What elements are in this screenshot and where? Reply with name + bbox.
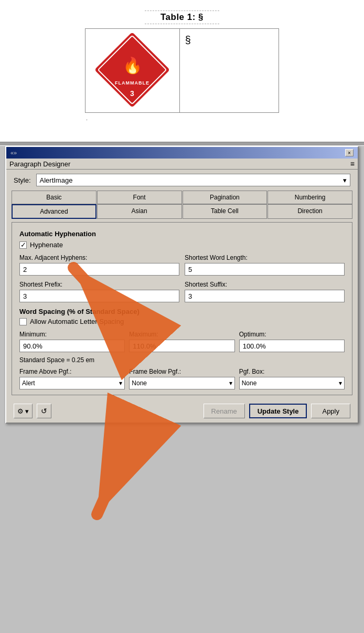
tab-direction[interactable]: Direction (267, 204, 352, 219)
tab-asian[interactable]: Asian (97, 204, 182, 219)
frame-above-label: Frame Above Pgf.: (19, 368, 125, 375)
max-adj-hyphens-input[interactable] (19, 263, 179, 276)
style-row: Style: AlertImage ▾ (6, 170, 358, 191)
shortest-word-group: Shortest Word Length: (185, 254, 345, 276)
menu-icon[interactable]: ≡ (350, 160, 355, 168)
max-adj-hyphens-label: Max. Adjacent Hyphens: (19, 254, 179, 261)
doc-footnote: . (85, 113, 279, 121)
maximum-group: Maximum: (129, 331, 234, 352)
titlebar-buttons: × (345, 149, 354, 156)
svg-text:3: 3 (131, 89, 135, 98)
frame-above-dropdown[interactable]: Alert ▾ (19, 377, 125, 389)
svg-text:FLAMMABLE: FLAMMABLE (115, 80, 149, 86)
shortest-word-label: Shortest Word Length: (185, 254, 345, 261)
hyphenate-row: ✓ Hyphenate (19, 241, 345, 249)
minimum-label: Minimum: (19, 331, 125, 338)
text-cell: § (179, 29, 279, 113)
frame-below-arrow-icon: ▾ (229, 379, 232, 387)
frame-below-dropdown[interactable]: None ▾ (129, 377, 234, 389)
optimum-input[interactable] (239, 340, 345, 352)
shortest-suffix-group: Shortest Suffix: (185, 281, 345, 302)
allow-letter-spacing-row: Allow Automatic Letter Spacing (19, 318, 345, 325)
tab-font[interactable]: Font (97, 191, 182, 204)
standard-space: Standard Space = 0.25 em (19, 356, 345, 364)
tab-numbering[interactable]: Numbering (267, 191, 352, 204)
content-area: Automatic Hyphenation ✓ Hyphenate Max. A… (12, 222, 352, 395)
style-label: Style: (14, 176, 31, 184)
bottom-bar: ⚙ ▾ ↺ Rename Update Style Apply (6, 399, 358, 423)
spacing-grid: Minimum: Maximum: Optimum: (19, 331, 345, 352)
checkmark-icon: ✓ (20, 241, 26, 249)
image-cell: 🔥 FLAMMABLE 3 (85, 29, 180, 113)
optimum-label: Optimum: (239, 331, 345, 338)
apply-button[interactable]: Apply (311, 404, 350, 418)
frame-grid: Frame Above Pgf.: Alert ▾ Frame Below Pg… (19, 368, 345, 389)
frame-section: Frame Above Pgf.: Alert ▾ Frame Below Pg… (19, 368, 345, 389)
frame-above-arrow-icon: ▾ (119, 379, 122, 387)
allow-letter-spacing-label: Allow Automatic Letter Spacing (30, 318, 124, 325)
document-area: Table 1: § 🔥 FLAMMABLE 3 (0, 0, 364, 142)
close-button[interactable]: × (345, 149, 354, 156)
frame-below-group: Frame Below Pgf.: None ▾ (129, 368, 234, 389)
tab-row-1: Basic Font Pagination Numbering (6, 191, 358, 204)
frame-above-group: Frame Above Pgf.: Alert ▾ (19, 368, 125, 389)
pgf-box-dropdown[interactable]: None ▾ (239, 377, 345, 389)
maximum-input[interactable] (129, 340, 234, 352)
dialog-double-arrow: «» (10, 150, 17, 156)
gear-icon: ⚙ (17, 407, 24, 415)
refresh-icon: ↺ (41, 407, 47, 415)
svg-text:🔥: 🔥 (123, 56, 143, 75)
gear-button[interactable]: ⚙ ▾ (14, 404, 33, 418)
hyphenate-label: Hyphenate (30, 241, 63, 249)
flammable-icon: 🔥 FLAMMABLE 3 (95, 33, 169, 107)
allow-letter-spacing-checkbox[interactable] (19, 318, 27, 325)
tab-row-2: Advanced Asian Table Cell Direction (6, 204, 358, 219)
hyphenate-checkbox[interactable]: ✓ (19, 241, 27, 249)
minimum-input[interactable] (19, 340, 125, 352)
max-adj-hyphens-group: Max. Adjacent Hyphens: (19, 254, 179, 276)
refresh-button[interactable]: ↺ (37, 404, 51, 418)
auto-hyphenation-title: Automatic Hyphenation (19, 230, 345, 238)
shortest-prefix-group: Shortest Prefix: (19, 281, 179, 302)
paragraph-designer-dialog: «» × Paragraph Designer ≡ Style: AlertIm… (5, 146, 359, 424)
word-spacing-title: Word Spacing (% of Standard Space) (19, 308, 345, 315)
shortest-prefix-input[interactable] (19, 290, 179, 302)
tab-advanced[interactable]: Advanced (12, 204, 97, 219)
dialog-title-text: Paragraph Designer (9, 160, 70, 168)
doc-table: 🔥 FLAMMABLE 3 § (85, 28, 279, 113)
dialog-titlebar: «» × (6, 147, 358, 159)
tab-pagination[interactable]: Pagination (183, 191, 267, 204)
pgf-box-label: Pgf. Box: (239, 368, 345, 375)
gear-dropdown-arrow-icon: ▾ (25, 407, 29, 415)
maximum-label: Maximum: (129, 331, 234, 338)
shortest-suffix-label: Shortest Suffix: (185, 281, 345, 288)
minimum-group: Minimum: (19, 331, 125, 352)
pgf-box-group: Pgf. Box: None ▾ (239, 368, 345, 389)
update-style-button[interactable]: Update Style (249, 404, 307, 418)
pgf-box-arrow-icon: ▾ (339, 379, 342, 387)
divider (0, 142, 364, 146)
dropdown-arrow-icon: ▾ (343, 176, 347, 184)
dialog-menu-bar: Paragraph Designer ≡ (6, 159, 358, 170)
hyphen-fields-row-2: Shortest Prefix: Shortest Suffix: (19, 281, 345, 302)
rename-button[interactable]: Rename (204, 404, 245, 418)
shortest-suffix-input[interactable] (185, 290, 345, 302)
frame-below-label: Frame Below Pgf.: (129, 368, 234, 375)
tab-table-cell[interactable]: Table Cell (183, 204, 267, 219)
hyphen-fields-row-1: Max. Adjacent Hyphens: Shortest Word Len… (19, 254, 345, 276)
shortest-prefix-label: Shortest Prefix: (19, 281, 179, 288)
word-spacing-section: Word Spacing (% of Standard Space) Allow… (19, 308, 345, 364)
style-dropdown[interactable]: AlertImage ▾ (36, 174, 350, 186)
optimum-group: Optimum: (239, 331, 345, 352)
table-title: Table 1: § (145, 10, 219, 24)
tab-basic[interactable]: Basic (12, 191, 97, 204)
shortest-word-input[interactable] (185, 263, 345, 276)
